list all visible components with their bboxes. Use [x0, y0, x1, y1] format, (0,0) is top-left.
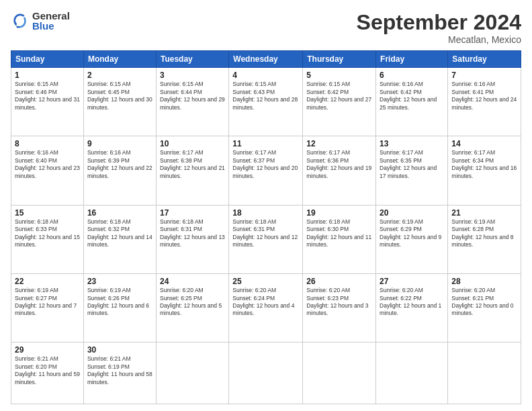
day-cell-21: 21 Sunrise: 6:19 AMSunset: 6:28 PMDaylig…: [448, 205, 521, 273]
day-cell-29: 29 Sunrise: 6:21 AMSunset: 6:20 PMDaylig…: [11, 342, 84, 404]
day-number-3: 3: [160, 71, 225, 80]
week-4: 22 Sunrise: 6:19 AMSunset: 6:27 PMDaylig…: [11, 274, 521, 342]
week-2: 8 Sunrise: 6:16 AMSunset: 6:40 PMDayligh…: [11, 136, 521, 205]
day-info-26: Sunrise: 6:20 AMSunset: 6:23 PMDaylight:…: [306, 287, 372, 318]
day-cell-3: 3 Sunrise: 6:15 AMSunset: 6:44 PMDayligh…: [156, 68, 228, 136]
title-block: September 2024 Mecatlan, Mexico: [357, 11, 521, 45]
day-number-8: 8: [15, 139, 80, 148]
day-info-3: Sunrise: 6:15 AMSunset: 6:44 PMDaylight:…: [160, 81, 225, 111]
day-cell-25: 25 Sunrise: 6:20 AMSunset: 6:24 PMDaylig…: [229, 274, 303, 342]
day-number-1: 1: [15, 71, 80, 80]
day-info-15: Sunrise: 6:18 AMSunset: 6:33 PMDaylight:…: [15, 218, 80, 249]
day-info-29: Sunrise: 6:21 AMSunset: 6:20 PMDaylight:…: [15, 355, 80, 386]
header-row: Sunday Monday Tuesday Wednesday Thursday…: [11, 51, 521, 68]
day-number-4: 4: [232, 71, 299, 80]
day-info-22: Sunrise: 6:19 AMSunset: 6:27 PMDaylight:…: [15, 287, 80, 318]
empty-cell-1: [156, 342, 228, 404]
empty-cell-2: [229, 342, 303, 404]
month-title: September 2024: [357, 11, 521, 34]
day-number-23: 23: [87, 277, 152, 286]
day-number-24: 24: [160, 277, 225, 286]
logo-text: General Blue: [32, 11, 70, 31]
day-cell-6: 6 Sunrise: 6:16 AMSunset: 6:42 PMDayligh…: [376, 68, 448, 136]
day-number-27: 27: [380, 277, 444, 286]
day-cell-9: 9 Sunrise: 6:16 AMSunset: 6:39 PMDayligh…: [83, 136, 156, 205]
day-info-1: Sunrise: 6:15 AMSunset: 6:46 PMDaylight:…: [15, 81, 80, 111]
logo: General Blue: [11, 11, 70, 31]
day-cell-27: 27 Sunrise: 6:20 AMSunset: 6:22 PMDaylig…: [376, 274, 448, 342]
day-number-13: 13: [380, 139, 444, 148]
day-number-5: 5: [306, 71, 372, 80]
logo-blue-text: Blue: [32, 21, 70, 31]
week-5: 29 Sunrise: 6:21 AMSunset: 6:20 PMDaylig…: [11, 342, 521, 404]
header-friday: Friday: [376, 51, 448, 68]
day-cell-24: 24 Sunrise: 6:20 AMSunset: 6:25 PMDaylig…: [156, 274, 228, 342]
week-3: 15 Sunrise: 6:18 AMSunset: 6:33 PMDaylig…: [11, 205, 521, 273]
day-info-16: Sunrise: 6:18 AMSunset: 6:32 PMDaylight:…: [87, 218, 152, 249]
day-info-14: Sunrise: 6:17 AMSunset: 6:34 PMDaylight:…: [451, 149, 517, 180]
day-number-16: 16: [87, 208, 152, 218]
day-info-19: Sunrise: 6:18 AMSunset: 6:30 PMDaylight:…: [306, 218, 372, 249]
day-info-6: Sunrise: 6:16 AMSunset: 6:42 PMDaylight:…: [380, 81, 444, 111]
day-info-18: Sunrise: 6:18 AMSunset: 6:31 PMDaylight:…: [232, 218, 299, 249]
day-cell-20: 20 Sunrise: 6:19 AMSunset: 6:29 PMDaylig…: [376, 205, 448, 273]
day-cell-1: 1 Sunrise: 6:15 AMSunset: 6:46 PMDayligh…: [11, 68, 84, 136]
day-info-4: Sunrise: 6:15 AMSunset: 6:43 PMDaylight:…: [232, 81, 299, 111]
day-cell-12: 12 Sunrise: 6:17 AMSunset: 6:36 PMDaylig…: [303, 136, 376, 205]
day-cell-17: 17 Sunrise: 6:18 AMSunset: 6:31 PMDaylig…: [156, 205, 228, 273]
day-cell-15: 15 Sunrise: 6:18 AMSunset: 6:33 PMDaylig…: [11, 205, 84, 273]
day-number-14: 14: [451, 139, 517, 148]
day-cell-13: 13 Sunrise: 6:17 AMSunset: 6:35 PMDaylig…: [376, 136, 448, 205]
day-cell-8: 8 Sunrise: 6:16 AMSunset: 6:40 PMDayligh…: [11, 136, 84, 205]
day-cell-14: 14 Sunrise: 6:17 AMSunset: 6:34 PMDaylig…: [448, 136, 521, 205]
day-number-9: 9: [87, 139, 152, 148]
day-info-25: Sunrise: 6:20 AMSunset: 6:24 PMDaylight:…: [232, 287, 299, 318]
day-number-29: 29: [15, 345, 80, 355]
day-number-30: 30: [87, 345, 152, 355]
day-number-21: 21: [451, 208, 517, 218]
day-info-24: Sunrise: 6:20 AMSunset: 6:25 PMDaylight:…: [160, 287, 225, 318]
logo-icon: [11, 11, 30, 30]
day-number-22: 22: [15, 277, 80, 286]
logo-general-text: General: [32, 11, 70, 21]
day-cell-26: 26 Sunrise: 6:20 AMSunset: 6:23 PMDaylig…: [303, 274, 376, 342]
day-info-11: Sunrise: 6:17 AMSunset: 6:37 PMDaylight:…: [232, 149, 299, 180]
day-cell-4: 4 Sunrise: 6:15 AMSunset: 6:43 PMDayligh…: [229, 68, 303, 136]
day-info-21: Sunrise: 6:19 AMSunset: 6:28 PMDaylight:…: [451, 218, 517, 249]
day-info-7: Sunrise: 6:16 AMSunset: 6:41 PMDaylight:…: [451, 81, 517, 111]
day-cell-11: 11 Sunrise: 6:17 AMSunset: 6:37 PMDaylig…: [229, 136, 303, 205]
page: General Blue September 2024 Mecatlan, Me…: [0, 0, 532, 411]
day-number-20: 20: [380, 208, 444, 218]
header-wednesday: Wednesday: [229, 51, 303, 68]
header-thursday: Thursday: [303, 51, 376, 68]
day-info-5: Sunrise: 6:15 AMSunset: 6:42 PMDaylight:…: [306, 81, 372, 111]
empty-cell-4: [376, 342, 448, 404]
day-number-12: 12: [306, 139, 372, 148]
day-number-7: 7: [451, 71, 517, 80]
header-sunday: Sunday: [11, 51, 84, 68]
day-cell-2: 2 Sunrise: 6:15 AMSunset: 6:45 PMDayligh…: [83, 68, 156, 136]
day-number-28: 28: [451, 277, 517, 286]
day-cell-23: 23 Sunrise: 6:19 AMSunset: 6:26 PMDaylig…: [83, 274, 156, 342]
day-number-18: 18: [232, 208, 299, 218]
subtitle: Mecatlan, Mexico: [357, 34, 521, 45]
header-monday: Monday: [83, 51, 156, 68]
day-info-12: Sunrise: 6:17 AMSunset: 6:36 PMDaylight:…: [306, 149, 372, 180]
day-cell-10: 10 Sunrise: 6:17 AMSunset: 6:38 PMDaylig…: [156, 136, 228, 205]
header: General Blue September 2024 Mecatlan, Me…: [11, 11, 521, 45]
day-number-25: 25: [232, 277, 299, 286]
day-number-2: 2: [87, 71, 152, 80]
day-info-2: Sunrise: 6:15 AMSunset: 6:45 PMDaylight:…: [87, 81, 152, 111]
day-cell-7: 7 Sunrise: 6:16 AMSunset: 6:41 PMDayligh…: [448, 68, 521, 136]
day-number-6: 6: [380, 71, 444, 80]
day-number-19: 19: [306, 208, 372, 218]
day-info-13: Sunrise: 6:17 AMSunset: 6:35 PMDaylight:…: [380, 149, 444, 180]
day-number-17: 17: [160, 208, 225, 218]
day-info-30: Sunrise: 6:21 AMSunset: 6:19 PMDaylight:…: [87, 355, 152, 386]
day-number-15: 15: [15, 208, 80, 218]
calendar-table: Sunday Monday Tuesday Wednesday Thursday…: [11, 50, 521, 404]
day-info-17: Sunrise: 6:18 AMSunset: 6:31 PMDaylight:…: [160, 218, 225, 249]
header-saturday: Saturday: [448, 51, 521, 68]
day-info-28: Sunrise: 6:20 AMSunset: 6:21 PMDaylight:…: [451, 287, 517, 318]
day-cell-16: 16 Sunrise: 6:18 AMSunset: 6:32 PMDaylig…: [83, 205, 156, 273]
